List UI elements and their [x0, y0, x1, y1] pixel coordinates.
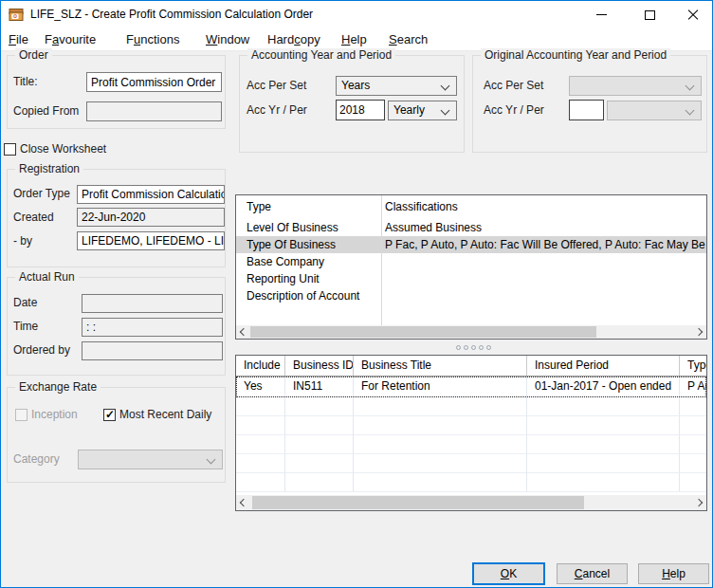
classification-hscrollbar: [236, 325, 706, 339]
acc-per-set-value: Years: [341, 77, 439, 95]
splitter-grip[interactable]: [456, 345, 491, 350]
empty-row: [236, 397, 706, 416]
close-worksheet-label: Close Worksheet: [20, 142, 106, 156]
close-button[interactable]: [676, 1, 708, 28]
actual-run-group: Actual Run Date Time : : Ordered by: [7, 277, 226, 376]
accounting-group: Accounting Year and Period Acc Per Set Y…: [239, 55, 465, 153]
orig-acc-yr-input[interactable]: [569, 100, 604, 120]
app-icon[interactable]: o: [9, 7, 24, 22]
acc-per-select[interactable]: Yearly: [388, 101, 457, 120]
scroll-right-icon[interactable]: [695, 499, 703, 506]
chevron-down-icon: [441, 106, 450, 116]
acc-per-set-select[interactable]: Years: [336, 76, 457, 96]
orig-acc-per-select: [607, 101, 702, 120]
grip-dot: [471, 345, 476, 350]
menu-item-window[interactable]: Window: [206, 28, 249, 50]
orig-acc-per-set-label: Acc Per Set: [484, 79, 543, 92]
category-label: Category: [13, 452, 60, 466]
header-business-id: Business ID: [285, 356, 354, 376]
business-hscrollbar: [236, 495, 706, 510]
scroll-right-icon[interactable]: [695, 328, 703, 336]
menu-item-help[interactable]: Help: [341, 28, 367, 50]
inception-label: Inception: [31, 408, 78, 422]
orig-acc-yr-per-label: Acc Yr / Per: [484, 103, 544, 117]
window-title: LIFE_SLZ - Create Profit Commission Calc…: [30, 1, 313, 28]
exchange-rate-group-caption: Exchange Rate: [15, 380, 101, 395]
header-business-title: Business Title: [354, 356, 527, 376]
copied-from-field: [86, 101, 222, 121]
column-divider: [381, 195, 382, 325]
inception-checkbox: Inception: [15, 409, 91, 422]
chevron-down-icon: [441, 82, 450, 91]
grip-dot: [479, 345, 484, 350]
registration-group: Registration Order Type Profit Commissio…: [7, 169, 226, 267]
scroll-left-icon[interactable]: [240, 328, 247, 336]
ok-button[interactable]: OK: [472, 562, 545, 585]
header-insured-period: Insured Period: [527, 356, 680, 376]
business-table-header: Include Business ID Business Title Insur…: [236, 356, 706, 377]
title-label: Title:: [13, 75, 38, 88]
header-include: Include: [236, 356, 285, 376]
grip-dot: [486, 345, 491, 350]
checkbox-box: [15, 409, 27, 421]
classification-table: Type Classifications Level Of Business A…: [235, 194, 707, 340]
order-type-label: Order Type: [13, 187, 70, 200]
minimize-button[interactable]: [585, 1, 617, 28]
order-type-field: Profit Commission Calculation C: [77, 185, 225, 204]
checkbox-box: [4, 143, 16, 156]
table-row[interactable]: Level Of Business Assumed Business: [236, 219, 706, 236]
header-type: Type: [236, 195, 381, 219]
scrollbar-thumb[interactable]: [250, 326, 596, 338]
business-table: Include Business ID Business Title Insur…: [235, 355, 707, 511]
table-row[interactable]: Description of Account: [236, 287, 706, 304]
original-accounting-group: Original Accounting Year and Period Acc …: [472, 55, 707, 153]
empty-row: [236, 416, 706, 435]
header-classifications: Classifications: [381, 195, 706, 219]
menu-item-file[interactable]: File: [9, 28, 28, 50]
scroll-left-icon[interactable]: [240, 499, 247, 506]
scrollbar-thumb[interactable]: [252, 496, 584, 509]
maximize-icon: [645, 10, 655, 20]
menu-item-hardcopy[interactable]: Hardcopy: [267, 28, 320, 50]
svg-text:o: o: [13, 12, 17, 19]
time-field: : :: [82, 318, 223, 337]
most-recent-daily-checkbox[interactable]: Most Recent Daily: [103, 409, 222, 422]
empty-row: [236, 435, 706, 454]
date-label: Date: [13, 296, 37, 309]
grip-dot: [464, 345, 468, 350]
most-recent-daily-label: Most Recent Daily: [119, 408, 211, 422]
actual-run-group-caption: Actual Run: [15, 270, 79, 285]
menu-item-functions[interactable]: Functions: [126, 28, 179, 50]
maximize-button[interactable]: [633, 1, 666, 28]
table-row-selected[interactable]: Yes IN511 For Retention 01-Jan-2017 - Op…: [236, 377, 706, 397]
minimize-icon: [596, 14, 607, 15]
table-row[interactable]: Base Company: [236, 253, 706, 270]
dialog-window: o LIFE_SLZ - Create Profit Commission Ca…: [0, 0, 713, 588]
menu-item-favourite[interactable]: Favourite: [45, 28, 96, 50]
empty-row: [236, 473, 706, 492]
help-button[interactable]: Help: [638, 563, 709, 584]
accounting-group-caption: Accounting Year and Period: [247, 48, 395, 63]
table-row-selected[interactable]: Type Of Business P Fac, P Auto, P Auto: …: [236, 236, 706, 253]
close-icon: [687, 9, 698, 20]
titlebar[interactable]: o LIFE_SLZ - Create Profit Commission Ca…: [1, 1, 712, 28]
order-group-caption: Order: [15, 48, 52, 63]
menu-item-search[interactable]: Search: [389, 28, 428, 50]
chevron-down-icon: [686, 106, 695, 116]
category-select: [78, 450, 223, 469]
created-label: Created: [13, 211, 54, 224]
table-row[interactable]: Reporting Unit: [236, 270, 706, 287]
by-field: LIFEDEMO, LIFEDEMO - LIFE: [77, 231, 225, 250]
date-field: [82, 294, 223, 313]
ordered-by-label: Ordered by: [13, 343, 70, 357]
acc-yr-input[interactable]: [336, 100, 385, 120]
by-label: - by: [13, 234, 32, 248]
title-input[interactable]: [86, 72, 222, 92]
header-type: Type: [680, 356, 706, 376]
orig-acc-per-set-select: [569, 76, 702, 96]
cancel-button[interactable]: Cancel: [557, 563, 628, 584]
grip-dot: [456, 345, 461, 350]
close-worksheet-checkbox[interactable]: Close Worksheet: [4, 143, 127, 156]
classification-table-header: Type Classifications: [236, 195, 706, 219]
chevron-down-icon: [207, 455, 216, 465]
